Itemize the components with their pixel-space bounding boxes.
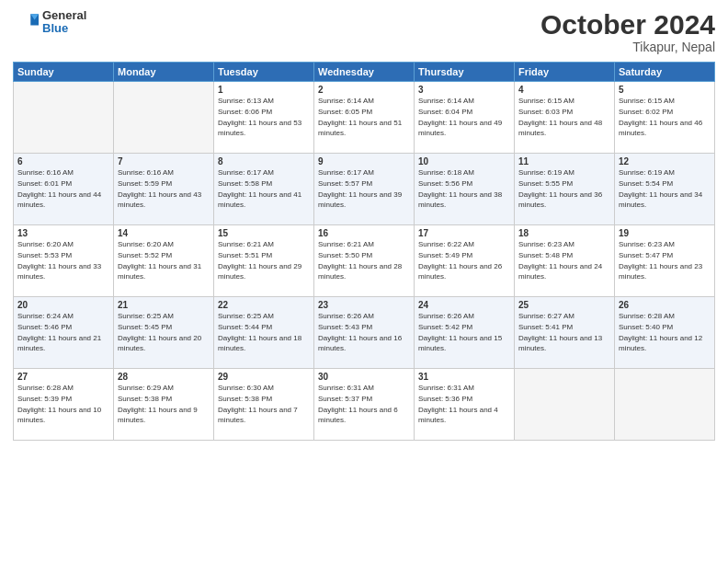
day-number: 20 [17, 300, 109, 310]
table-row: 18Sunrise: 6:23 AMSunset: 5:48 PMDayligh… [515, 225, 615, 297]
table-row: 10Sunrise: 6:18 AMSunset: 5:56 PMDayligh… [415, 154, 515, 225]
cell-details: Sunrise: 6:15 AMSunset: 6:02 PMDaylight:… [619, 97, 702, 137]
day-number: 11 [518, 156, 610, 167]
page-header: General Blue October 2024 Tikapur, Nepal [13, 9, 715, 54]
table-row: 3Sunrise: 6:14 AMSunset: 6:04 PMDaylight… [415, 82, 515, 154]
cell-details: Sunrise: 6:22 AMSunset: 5:49 PMDaylight:… [418, 240, 502, 281]
cell-details: Sunrise: 6:29 AMSunset: 5:38 PMDaylight:… [118, 384, 198, 424]
day-number: 7 [118, 156, 210, 167]
day-number: 1 [218, 85, 310, 95]
day-number: 24 [418, 300, 510, 310]
table-row: 22Sunrise: 6:25 AMSunset: 5:44 PMDayligh… [214, 297, 314, 369]
cell-details: Sunrise: 6:23 AMSunset: 5:48 PMDaylight:… [518, 240, 602, 281]
day-number: 18 [518, 228, 610, 238]
cell-details: Sunrise: 6:31 AMSunset: 5:36 PMDaylight:… [418, 384, 498, 424]
calendar-header-row: Sunday Monday Tuesday Wednesday Thursday… [14, 63, 715, 82]
table-row: 6Sunrise: 6:16 AMSunset: 6:01 PMDaylight… [14, 154, 114, 225]
cell-details: Sunrise: 6:26 AMSunset: 5:43 PMDaylight:… [318, 312, 402, 352]
day-number: 31 [418, 372, 510, 382]
cell-details: Sunrise: 6:28 AMSunset: 5:39 PMDaylight:… [17, 384, 101, 424]
cell-details: Sunrise: 6:25 AMSunset: 5:44 PMDaylight:… [218, 312, 301, 352]
cell-details: Sunrise: 6:15 AMSunset: 6:03 PMDaylight:… [518, 97, 602, 137]
table-row: 8Sunrise: 6:17 AMSunset: 5:58 PMDaylight… [214, 154, 314, 225]
cell-details: Sunrise: 6:14 AMSunset: 6:05 PMDaylight:… [318, 97, 402, 137]
logo: General Blue [13, 9, 86, 36]
table-row: 14Sunrise: 6:20 AMSunset: 5:52 PMDayligh… [114, 225, 214, 297]
cell-details: Sunrise: 6:24 AMSunset: 5:46 PMDaylight:… [17, 312, 101, 352]
cell-details: Sunrise: 6:13 AMSunset: 6:06 PMDaylight:… [218, 97, 301, 137]
cell-details: Sunrise: 6:19 AMSunset: 5:54 PMDaylight:… [619, 168, 702, 209]
day-number: 28 [118, 372, 210, 382]
table-row: 1Sunrise: 6:13 AMSunset: 6:06 PMDaylight… [214, 82, 314, 154]
table-row: 15Sunrise: 6:21 AMSunset: 5:51 PMDayligh… [214, 225, 314, 297]
table-row: 4Sunrise: 6:15 AMSunset: 6:03 PMDaylight… [515, 82, 615, 154]
table-row [114, 82, 214, 154]
day-number: 6 [17, 156, 109, 167]
table-row: 9Sunrise: 6:17 AMSunset: 5:57 PMDaylight… [314, 154, 415, 225]
cell-details: Sunrise: 6:19 AMSunset: 5:55 PMDaylight:… [518, 168, 602, 209]
day-number: 13 [17, 228, 109, 238]
logo-blue-text: Blue [42, 22, 86, 35]
table-row: 16Sunrise: 6:21 AMSunset: 5:50 PMDayligh… [314, 225, 415, 297]
logo-general-text: General [42, 9, 86, 22]
day-number: 14 [118, 228, 210, 238]
day-number: 23 [318, 300, 410, 310]
day-number: 9 [318, 156, 410, 167]
table-row: 24Sunrise: 6:26 AMSunset: 5:42 PMDayligh… [415, 297, 515, 369]
table-row: 28Sunrise: 6:29 AMSunset: 5:38 PMDayligh… [114, 369, 214, 441]
day-number: 27 [17, 372, 109, 382]
cell-details: Sunrise: 6:16 AMSunset: 5:59 PMDaylight:… [118, 168, 201, 209]
logo-icon [13, 9, 39, 35]
cell-details: Sunrise: 6:18 AMSunset: 5:56 PMDaylight:… [418, 168, 502, 209]
day-number: 29 [218, 372, 310, 382]
day-number: 4 [518, 85, 610, 95]
day-number: 3 [418, 85, 510, 95]
calendar-table: Sunday Monday Tuesday Wednesday Thursday… [13, 62, 715, 441]
cell-details: Sunrise: 6:21 AMSunset: 5:50 PMDaylight:… [318, 240, 402, 281]
day-number: 15 [218, 228, 310, 238]
day-number: 25 [518, 300, 610, 310]
cell-details: Sunrise: 6:26 AMSunset: 5:42 PMDaylight:… [418, 312, 502, 352]
table-row: 21Sunrise: 6:25 AMSunset: 5:45 PMDayligh… [114, 297, 214, 369]
day-number: 21 [118, 300, 210, 310]
cell-details: Sunrise: 6:17 AMSunset: 5:57 PMDaylight:… [318, 168, 402, 209]
header-sunday: Sunday [14, 63, 114, 82]
table-row: 13Sunrise: 6:20 AMSunset: 5:53 PMDayligh… [14, 225, 114, 297]
table-row [515, 369, 615, 441]
header-monday: Monday [114, 63, 214, 82]
day-number: 8 [218, 156, 310, 167]
table-row: 5Sunrise: 6:15 AMSunset: 6:02 PMDaylight… [615, 82, 715, 154]
header-thursday: Thursday [415, 63, 515, 82]
header-saturday: Saturday [615, 63, 715, 82]
table-row: 7Sunrise: 6:16 AMSunset: 5:59 PMDaylight… [114, 154, 214, 225]
cell-details: Sunrise: 6:28 AMSunset: 5:40 PMDaylight:… [619, 312, 702, 352]
table-row: 11Sunrise: 6:19 AMSunset: 5:55 PMDayligh… [515, 154, 615, 225]
table-row: 19Sunrise: 6:23 AMSunset: 5:47 PMDayligh… [615, 225, 715, 297]
header-friday: Friday [515, 63, 615, 82]
month-title: October 2024 [540, 9, 715, 40]
day-number: 5 [619, 85, 711, 95]
cell-details: Sunrise: 6:20 AMSunset: 5:53 PMDaylight:… [17, 240, 101, 281]
table-row: 26Sunrise: 6:28 AMSunset: 5:40 PMDayligh… [615, 297, 715, 369]
day-number: 10 [418, 156, 510, 167]
day-number: 2 [318, 85, 410, 95]
table-row: 17Sunrise: 6:22 AMSunset: 5:49 PMDayligh… [415, 225, 515, 297]
header-wednesday: Wednesday [314, 63, 415, 82]
table-row: 25Sunrise: 6:27 AMSunset: 5:41 PMDayligh… [515, 297, 615, 369]
cell-details: Sunrise: 6:31 AMSunset: 5:37 PMDaylight:… [318, 384, 398, 424]
location: Tikapur, Nepal [540, 40, 715, 54]
day-number: 22 [218, 300, 310, 310]
cell-details: Sunrise: 6:27 AMSunset: 5:41 PMDaylight:… [518, 312, 602, 352]
cell-details: Sunrise: 6:21 AMSunset: 5:51 PMDaylight:… [218, 240, 301, 281]
table-row: 23Sunrise: 6:26 AMSunset: 5:43 PMDayligh… [314, 297, 415, 369]
title-section: October 2024 Tikapur, Nepal [540, 9, 715, 54]
day-number: 30 [318, 372, 410, 382]
table-row: 30Sunrise: 6:31 AMSunset: 5:37 PMDayligh… [314, 369, 415, 441]
day-number: 12 [619, 156, 711, 167]
cell-details: Sunrise: 6:30 AMSunset: 5:38 PMDaylight:… [218, 384, 298, 424]
cell-details: Sunrise: 6:25 AMSunset: 5:45 PMDaylight:… [118, 312, 201, 352]
table-row: 27Sunrise: 6:28 AMSunset: 5:39 PMDayligh… [14, 369, 114, 441]
cell-details: Sunrise: 6:23 AMSunset: 5:47 PMDaylight:… [619, 240, 702, 281]
cell-details: Sunrise: 6:17 AMSunset: 5:58 PMDaylight:… [218, 168, 301, 209]
table-row [615, 369, 715, 441]
